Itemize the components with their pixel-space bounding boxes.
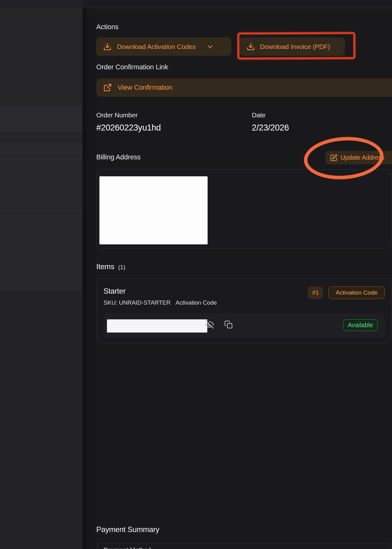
edit-pencil-icon (330, 154, 337, 162)
order-details-screen: ment Method PE Actions Download Activati… (0, 0, 392, 549)
item-card: Starter SKU: UNRAID-STARTER Activation C… (96, 278, 391, 343)
background-stripe-section: PE (0, 211, 82, 290)
order-confirmation-link-heading: Order Confirmation Link (96, 63, 168, 71)
billing-address-redacted-block (99, 176, 208, 244)
order-number-value: #20260223yu1hd (96, 123, 161, 133)
payment-summary-heading: Payment Summary (96, 525, 159, 534)
billing-address-heading: Billing Address (96, 153, 140, 161)
order-details-drawer: Actions Download Activation Codes Downlo… (82, 0, 392, 549)
order-number-label: Order Number (96, 111, 138, 119)
activation-code-row: Available (104, 313, 385, 338)
download-activation-codes-button[interactable]: Download Activation Codes (96, 37, 231, 56)
actions-heading: Actions (96, 23, 119, 31)
eye-off-icon (205, 320, 214, 329)
view-confirmation-button[interactable]: View Confirmation (96, 78, 392, 97)
item-index-badge: #1 (308, 286, 323, 299)
background-header-strip (0, 0, 82, 8)
background-section (0, 8, 82, 105)
download-icon (246, 42, 255, 51)
background-page: ment Method PE (0, 0, 82, 549)
background-row (0, 143, 82, 160)
toggle-code-visibility-button[interactable] (205, 320, 214, 329)
activation-code-redacted-field (107, 319, 207, 333)
payment-method-label: Payment Method (103, 546, 151, 549)
copy-code-button[interactable] (224, 320, 233, 329)
billing-address-card (96, 169, 391, 249)
activation-code-badge: Activation Code (328, 286, 385, 299)
background-payment-method-section: ment Method (0, 160, 82, 211)
external-link-icon (103, 83, 112, 92)
update-address-button[interactable]: Update Address (326, 151, 392, 164)
item-type: Activation Code (176, 299, 217, 306)
item-sku-line: SKU: UNRAID-STARTER Activation Code (103, 299, 217, 306)
payment-summary-card: Payment Method (96, 543, 391, 549)
download-invoice-button[interactable]: Download Invoice (PDF) (240, 37, 345, 56)
background-selected-row (0, 105, 82, 132)
code-status-badge: Available (343, 319, 378, 331)
top-divider (0, 8, 392, 8)
items-heading: Items (96, 262, 114, 271)
download-activation-codes-label: Download Activation Codes (117, 43, 196, 51)
copy-icon (224, 320, 233, 329)
items-heading-row: Items (1) (96, 262, 125, 271)
chevron-down-icon (206, 43, 214, 51)
date-value: 2/23/2026 (252, 123, 289, 133)
item-sku: SKU: UNRAID-STARTER (103, 299, 171, 306)
background-footer-area (0, 290, 82, 549)
background-row (0, 132, 82, 143)
download-invoice-label: Download Invoice (PDF) (260, 43, 330, 51)
update-address-label: Update Address (341, 154, 384, 161)
download-icon (103, 42, 112, 51)
drawer-top-strip (82, 0, 392, 8)
date-label: Date (252, 111, 266, 119)
item-title: Starter (103, 287, 126, 296)
items-count: (1) (118, 264, 125, 271)
view-confirmation-label: View Confirmation (118, 83, 172, 92)
